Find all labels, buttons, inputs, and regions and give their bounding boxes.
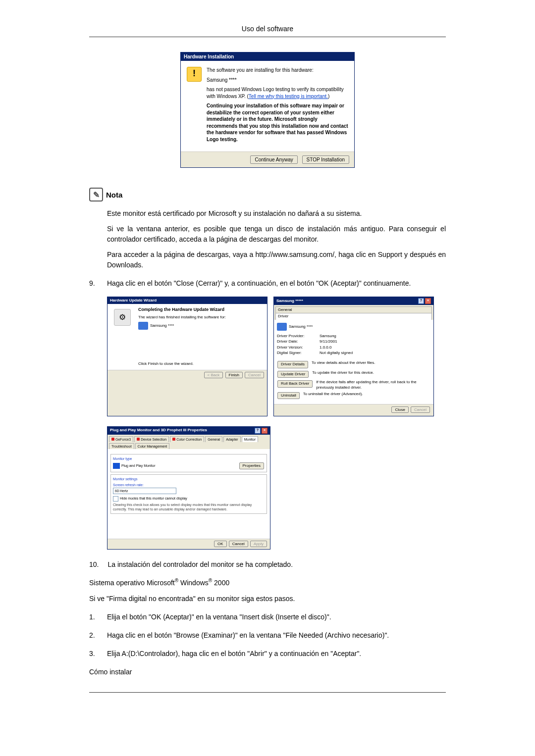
w2k-step-2-num: 2. xyxy=(89,630,98,641)
hardware-update-wizard-dialog: Hardware Update Wizard ⚙ Completing the … xyxy=(107,297,268,416)
nvidia-icon-2 xyxy=(137,438,140,441)
rollback-driver-desc: If the device fails after updating the d… xyxy=(316,380,430,390)
nota-paragraph-2: Si ve la ventana anterior, es posible qu… xyxy=(107,224,446,245)
hide-modes-checkbox[interactable] xyxy=(113,496,118,502)
hide-modes-label: Hide modes that this monitor cannot disp… xyxy=(120,497,187,500)
window-help-button[interactable]: ? xyxy=(418,298,424,304)
tab-driver[interactable]: Driver xyxy=(275,313,432,319)
display-ok-button[interactable]: OK xyxy=(214,541,227,547)
w2k-step-1-text: Elija el botón "OK (Aceptar)" en la vent… xyxy=(107,612,446,622)
note-label: Nota xyxy=(106,191,122,199)
hide-modes-desc: Clearing this check box allows you to se… xyxy=(113,503,265,511)
w2k-step-3-num: 3. xyxy=(89,649,98,659)
driver-properties-dialog: Samsung ***** ? × General Driver Samsung… xyxy=(273,297,434,416)
wizard-back-button: < Back xyxy=(204,372,223,378)
tab-general-2[interactable]: General xyxy=(205,436,222,442)
nvidia-icon-3 xyxy=(172,438,175,441)
monitor-device-icon-2 xyxy=(277,323,287,331)
window-close-button[interactable]: × xyxy=(425,298,431,304)
warning-icon xyxy=(187,67,202,82)
wizard-line-finished: The wizard has finished installing the s… xyxy=(138,315,264,320)
monitor-properties-button[interactable]: Properties xyxy=(239,462,264,469)
hw-line1: The software you are installing for this… xyxy=(207,67,348,74)
hw-line2-post: ) xyxy=(328,94,329,99)
wizard-close-hint: Click Finish to close the wizard. xyxy=(138,361,264,366)
tab-general[interactable]: General xyxy=(275,306,432,313)
note-icon: ✎ xyxy=(89,188,103,202)
wizard-icon: ⚙ xyxy=(114,309,131,326)
wizard-title: Hardware Update Wizard xyxy=(110,298,157,303)
display-cancel-button[interactable]: Cancel xyxy=(229,541,248,547)
page-header-title: Uso del software xyxy=(89,25,446,33)
display-props-title: Plug and Play Monitor and 3D Prophet III… xyxy=(110,428,207,433)
wizard-device: Samsung **** xyxy=(150,323,174,328)
step-number-10: 10. xyxy=(89,559,99,570)
driver-device-name: Samsung **** xyxy=(289,324,313,329)
step-text-10: La instalación del controlador del monit… xyxy=(107,559,446,570)
driver-details-button[interactable]: Driver Details xyxy=(277,361,308,368)
w2k-step-1-num: 1. xyxy=(89,612,98,622)
driver-props-title: Samsung ***** xyxy=(276,299,303,303)
os-heading: Sistema operativo Microsoft® Windows® 20… xyxy=(89,578,446,587)
hw-logo-testing-link[interactable]: Tell me why this testing is important. xyxy=(249,94,328,99)
hardware-installation-dialog: Hardware Installation The software you a… xyxy=(180,52,355,168)
provider-label: Driver Provider: xyxy=(277,334,317,339)
tab-geforce3[interactable]: GeForce3 xyxy=(109,436,133,442)
monitor-type-icon xyxy=(113,463,120,469)
signature-not-found-line: Si ve "Firma digital no encontrada" en s… xyxy=(89,594,446,604)
continue-anyway-button[interactable]: Continue Anyway xyxy=(250,155,297,164)
stop-installation-button[interactable]: STOP Installation xyxy=(302,155,349,164)
tab-troubleshoot[interactable]: Troubleshoot xyxy=(109,443,134,449)
version-label: Driver Version: xyxy=(277,345,317,350)
uninstall-driver-button[interactable]: Uninstall xyxy=(277,392,300,399)
update-driver-button[interactable]: Update Driver xyxy=(277,371,309,378)
tab-monitor[interactable]: Monitor xyxy=(242,436,258,442)
signer-label: Digital Signer: xyxy=(277,351,317,355)
w2k-step-2-text: Haga clic en el botón "Browse (Examinar)… xyxy=(107,630,446,641)
wizard-cancel-button: Cancel xyxy=(245,372,264,378)
provider-value: Samsung xyxy=(320,334,336,339)
w2k-step-3-text: Elija A:(D:\Controlador), haga clic en e… xyxy=(107,649,446,659)
tab-device-selection[interactable]: Device Selection xyxy=(134,436,169,442)
signer-value: Not digitally signed xyxy=(320,351,353,355)
monitor-settings-label: Monitor settings xyxy=(113,477,265,481)
header-rule xyxy=(89,37,446,37)
window-close-button-2[interactable]: × xyxy=(262,428,268,434)
hw-device: Samsung **** xyxy=(207,77,348,84)
hardware-installation-title: Hardware Installation xyxy=(181,52,354,61)
display-properties-dialog: Plug and Play Monitor and 3D Prophet III… xyxy=(107,426,270,550)
monitor-type-name: Plug and Play Monitor xyxy=(121,464,155,467)
como-instalar-heading: Cómo instalar xyxy=(89,667,446,677)
nota-paragraph-3: Para acceder a la página de descargas, v… xyxy=(107,250,446,270)
step-number-9: 9. xyxy=(89,278,98,289)
screen-refresh-label: Screen refresh rate: xyxy=(113,483,265,487)
date-value: 9/11/2001 xyxy=(320,339,337,344)
wizard-heading: Completing the Hardware Update Wizard xyxy=(138,307,264,313)
update-driver-desc: To update the driver for this device. xyxy=(312,370,430,375)
uninstall-driver-desc: To uninstall the driver (Advanced). xyxy=(303,392,430,397)
rollback-driver-button[interactable]: Roll Back Driver xyxy=(277,380,313,387)
screen-refresh-select[interactable]: 60 Hertz xyxy=(113,488,176,494)
wizard-finish-button[interactable]: Finish xyxy=(225,372,243,378)
window-help-button-2[interactable]: ? xyxy=(255,428,261,434)
tab-adapter[interactable]: Adapter xyxy=(223,436,241,442)
hw-warning-bold: Continuing your installation of this sof… xyxy=(207,102,348,143)
monitor-type-label: Monitor type xyxy=(113,456,265,461)
nvidia-icon xyxy=(111,438,114,441)
display-apply-button: Apply xyxy=(250,541,267,547)
step-text-9: Haga clic en el botón "Close (Cerrar)" y… xyxy=(107,278,446,289)
date-label: Driver Date: xyxy=(277,339,317,344)
footer-rule xyxy=(89,692,446,693)
driver-details-desc: To view details about the driver files. xyxy=(312,360,430,365)
tab-color-management[interactable]: Color Management xyxy=(135,443,170,449)
driver-props-close-button[interactable]: Close xyxy=(391,406,408,413)
version-value: 1.0.0.0 xyxy=(320,345,331,350)
monitor-device-icon xyxy=(138,322,148,330)
tab-color-correction[interactable]: Color Correction xyxy=(170,436,204,442)
nota-paragraph-1: Este monitor está certificado por Micros… xyxy=(107,208,446,219)
driver-props-cancel-button: Cancel xyxy=(411,406,430,413)
